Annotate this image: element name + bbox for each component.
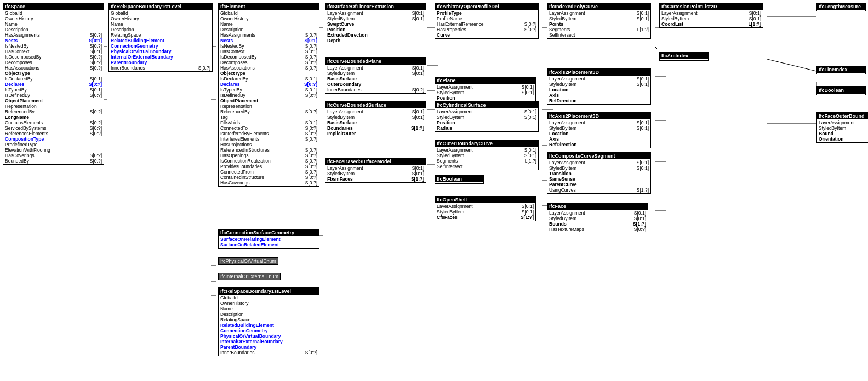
box-ifcfaceouterbound: IfcFaceOuterBound LayerAssignmentS[0:1] … [816, 112, 868, 143]
box-ifcarbitraryopenprofiledef: IfcArbitraryOpenProfileDef ProfileType P… [435, 3, 539, 39]
body-ifclengthmeasure [817, 10, 865, 11]
header-ifcfacebasedsurfacemodel: IfcFaceBasedSurfaceModel [326, 158, 426, 165]
body-ifcrelspaceboundary1st-2: GlobalId OwnerHistory Name Description R… [219, 295, 319, 356]
body-ifcouterboundarycurve: LayerAssignmentS[0:1] StyledByItemS[0:1]… [435, 147, 538, 170]
header-ifcarbitraryopenprofiledef: IfcArbitraryOpenProfileDef [435, 3, 538, 10]
body-ifclineindex [817, 73, 865, 74]
enum-ifcphysicalorvirtualenum: IfcPhysicalOrVirtualEnum [218, 257, 278, 265]
header-ifcrelspaceboundary1st: IfcRelSpaceBoundary1stLevel [109, 3, 212, 10]
box-ifccurveboundedsurface: IfcCurveBoundedSurface LayerAssignmentS[… [325, 101, 426, 137]
box-ifcouterboundarycurve: IfcOuterBoundaryCurve LayerAssignmentS[0… [435, 140, 539, 170]
header-ifcouterboundarycurve: IfcOuterBoundaryCurve [435, 140, 538, 147]
body-ifccompositecurvesegment: LayerAssignmentS[0:1] StyledByItemS[0:1]… [547, 159, 650, 193]
box-ifcrelspaceboundary1st: IfcRelSpaceBoundary1stLevel GlobalId Own… [108, 3, 213, 72]
body-ifcaxis2placement3d-1: LayerAssignmentS[0:1] StyledByItemS[0:1]… [547, 76, 650, 104]
body-ifcindexedpolycurve: LayerAssignmentS[0:1] StyledByItemS[0:1]… [547, 10, 650, 38]
box-ifclineindex: IfcLineIndex [816, 66, 866, 74]
header-ifcplane: IfcPlane [435, 77, 535, 84]
box-ifcboolean-mid: IfcBoolean [435, 175, 484, 184]
header-ifcindexedpolycurve: IfcIndexedPolyCurve [547, 3, 650, 10]
enum-ifcinternaltorexternalenum: IfcInternalOrExternalEnum [218, 273, 281, 280]
box-ifcface: IfcFace LayerAssignmentS[0:1] StyledByIt… [547, 203, 648, 233]
header-ifcrelspaceboundary1st-2: IfcRelSpaceBoundary1stLevel [219, 288, 319, 295]
box-ifcelement: IfcElement GlobalId OwnerHistory Name De… [218, 3, 319, 187]
box-ifcsurfaceoflinearextrusion: IfcSurfaceOfLinearExtrusion LayerAssignm… [325, 3, 426, 44]
box-ifcconnectionsurfacegeometry: IfcConnectionSurfaceGeometry SurfaceOnRe… [218, 229, 319, 249]
header-ifccurveboundedplane: IfcCurveBoundedPlane [326, 58, 426, 65]
box-ifcspace: IfcSpace GlobalId OwnerHistory Name Desc… [3, 3, 104, 165]
body-ifcboolean-mid [435, 182, 483, 183]
box-ifccartesianpointlist2d: IfcCartesianPointList2D LayerAssignmentS… [659, 3, 763, 28]
header-ifcaxis2placement3d-2: IfcAxis2Placement3D [547, 113, 650, 119]
body-ifccylindricalsurface: LayerAssignmentS[0:1] StyledByItemS[0:1]… [435, 108, 538, 131]
body-ifcsurfaceoflinearextrusion: LayerAssignmentS[0:1] StyledByItemS[0:1]… [326, 10, 426, 44]
header-ifcspace: IfcSpace [3, 3, 104, 10]
body-ifcconnectionsurfacegeometry: SurfaceOnRelatingElement SurfaceOnRelate… [219, 236, 319, 248]
box-ifcarcindex: IfcArcIndex [659, 52, 709, 61]
body-ifcfaceouterbound: LayerAssignmentS[0:1] StyledByItemS[0:1]… [817, 119, 868, 142]
header-ifccompositecurvesegment: IfcCompositeCurveSegment [547, 153, 650, 159]
box-ifcboolean-top: IfcBoolean [816, 86, 866, 95]
body-ifcspace: GlobalId OwnerHistory Name Description H… [3, 10, 104, 164]
body-ifcelement: GlobalId OwnerHistory Name Description H… [219, 10, 319, 186]
header-ifcarcindex: IfcArcIndex [660, 53, 708, 59]
box-ifclengthmeasure: IfcLengthMeasure [816, 3, 866, 11]
box-ifccylindricalsurface: IfcCylindricalSurface LayerAssignmentS[0… [435, 101, 539, 132]
box-ifccurveboundedplane: IfcCurveBoundedPlane LayerAssignmentS[0:… [325, 57, 426, 94]
box-ifcopenshell: IfcOpenShell LayerAssignmentS[0:1] Style… [435, 196, 536, 221]
box-ifcaxis2placement3d-2: IfcAxis2Placement3D LayerAssignmentS[0:1… [547, 112, 651, 148]
header-ifcboolean-mid: IfcBoolean [435, 176, 483, 182]
body-ifcarcindex [660, 59, 708, 60]
box-ifcinternaltorexternalenum: IfcInternalOrExternalEnum [218, 273, 281, 280]
header-ifcboolean-top: IfcBoolean [817, 87, 865, 94]
body-ifcaxis2placement3d-2: LayerAssignmentS[0:1] StyledByItemS[0:1]… [547, 119, 650, 148]
box-ifcaxis2placement3d-1: IfcAxis2Placement3D LayerAssignmentS[0:1… [547, 68, 651, 105]
box-ifcindexedpolycurve: IfcIndexedPolyCurve LayerAssignmentS[0:1… [547, 3, 651, 39]
header-ifccylindricalsurface: IfcCylindricalSurface [435, 102, 538, 108]
body-ifccurveboundedplane: LayerAssignmentS[0:1] StyledByItemS[0:1]… [326, 65, 426, 93]
box-ifcphysicalorvirtualenum: IfcPhysicalOrVirtualEnum [218, 257, 278, 265]
header-ifcaxis2placement3d-1: IfcAxis2Placement3D [547, 69, 650, 76]
svg-line-11 [767, 59, 816, 71]
box-ifcfacebasedsurfacemodel: IfcFaceBasedSurfaceModel LayerAssignment… [325, 158, 426, 183]
body-ifccurveboundedsurface: LayerAssignmentS[0:1] StyledByItemS[0:1]… [326, 108, 426, 137]
header-ifcconnectionsurfacegeometry: IfcConnectionSurfaceGeometry [219, 229, 319, 236]
header-ifcfaceouterbound: IfcFaceOuterBound [817, 113, 868, 119]
body-ifcboolean-top [817, 94, 865, 95]
header-ifclineindex: IfcLineIndex [817, 66, 865, 73]
header-ifcopenshell: IfcOpenShell [435, 197, 535, 203]
header-ifcface: IfcFace [547, 203, 648, 210]
body-ifcarbitraryopenprofiledef: ProfileType ProfileName HasExternalRefer… [435, 10, 538, 38]
box-ifcplane: IfcPlane LayerAssignmentS[0:1] StyledByI… [435, 77, 536, 102]
header-ifccurveboundedsurface: IfcCurveBoundedSurface [326, 102, 426, 108]
body-ifccartesianpointlist2d: LayerAssignmentS[0:1] StyledByItemS[0:1]… [660, 10, 763, 27]
header-ifcsurfaceoflinearextrusion: IfcSurfaceOfLinearExtrusion [326, 3, 426, 10]
body-ifcfacebasedsurfacemodel: LayerAssignmentS[0:1] StyledByItemS[0:1]… [326, 165, 426, 182]
body-ifcrelspaceboundary1st: GlobalId OwnerHistory Name Description R… [109, 10, 212, 71]
body-ifcopenshell: LayerAssignmentS[0:1] StyledByItemS[0:1]… [435, 203, 535, 221]
body-ifcface: LayerAssignmentS[0:1] StyledByItemS[0:1]… [547, 210, 648, 233]
body-ifcplane: LayerAssignmentS[0:1] StyledByItemS[0:1]… [435, 84, 535, 101]
box-ifcrelspaceboundary1st-2: IfcRelSpaceBoundary1stLevel GlobalId Own… [218, 287, 319, 356]
box-ifccompositecurvesegment: IfcCompositeCurveSegment LayerAssignment… [547, 152, 651, 194]
diagram-container: IfcSpace GlobalId OwnerHistory Name Desc… [0, 0, 866, 378]
header-ifccartesianpointlist2d: IfcCartesianPointList2D [660, 3, 763, 10]
header-ifcelement: IfcElement [219, 3, 319, 10]
header-ifclengthmeasure: IfcLengthMeasure [817, 3, 865, 10]
